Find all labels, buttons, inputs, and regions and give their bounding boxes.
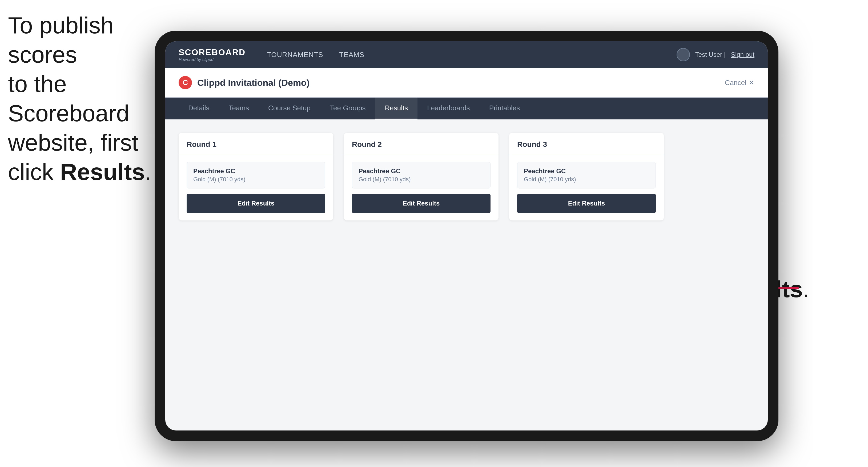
nav-teams[interactable]: TEAMS <box>339 49 365 61</box>
tab-details[interactable]: Details <box>179 98 219 119</box>
clippd-logo: C <box>179 76 192 89</box>
tablet-screen: SCOREBOARD Powered by clippd TOURNAMENTS… <box>165 41 768 431</box>
logo-text: SCOREBOARD <box>179 48 246 57</box>
user-text: Test User | <box>695 51 726 58</box>
nav-tournaments[interactable]: TOURNAMENTS <box>267 49 323 61</box>
tab-teams[interactable]: Teams <box>219 98 258 119</box>
rounds-grid: Round 1 Peachtree GC Gold (M) (7010 yds)… <box>179 133 754 220</box>
tournament-header: C Clippd Invitational (Demo) Cancel ✕ <box>165 68 768 98</box>
round-2-title: Round 2 <box>352 140 382 149</box>
round-3-body: Peachtree GC Gold (M) (7010 yds) Edit Re… <box>509 154 664 220</box>
tab-leaderboards[interactable]: Leaderboards <box>417 98 479 119</box>
round-1-title: Round 1 <box>187 140 216 149</box>
round-1-body: Peachtree GC Gold (M) (7010 yds) Edit Re… <box>179 154 333 220</box>
round-2-card: Round 2 Peachtree GC Gold (M) (7010 yds)… <box>344 133 498 220</box>
round-3-edit-results-button[interactable]: Edit Results <box>517 194 656 213</box>
logo-area: SCOREBOARD Powered by clippd <box>179 48 246 62</box>
nav-links: TOURNAMENTS TEAMS <box>267 49 677 61</box>
round-3-title: Round 3 <box>517 140 547 149</box>
tab-printables[interactable]: Printables <box>479 98 530 119</box>
round-3-header: Round 3 <box>509 133 664 154</box>
logo-sub: Powered by clippd <box>179 57 246 62</box>
tournament-title-row: C Clippd Invitational (Demo) <box>179 76 310 89</box>
tab-bar: Details Teams Course Setup Tee Groups Re… <box>165 98 768 119</box>
tablet: SCOREBOARD Powered by clippd TOURNAMENTS… <box>155 31 778 441</box>
main-content: Round 1 Peachtree GC Gold (M) (7010 yds)… <box>165 119 768 431</box>
round-1-edit-results-button[interactable]: Edit Results <box>187 194 325 213</box>
tab-tee-groups[interactable]: Tee Groups <box>320 98 375 119</box>
tournament-name: Clippd Invitational (Demo) <box>197 77 310 88</box>
instruction-left: To publish scores to the Scoreboard webs… <box>8 11 163 187</box>
top-nav: SCOREBOARD Powered by clippd TOURNAMENTS… <box>165 41 768 68</box>
round-2-course-card: Peachtree GC Gold (M) (7010 yds) <box>352 162 491 188</box>
round-3-course-card: Peachtree GC Gold (M) (7010 yds) <box>517 162 656 188</box>
round-2-edit-results-button[interactable]: Edit Results <box>352 194 491 213</box>
round-1-header: Round 1 <box>179 133 333 154</box>
round-2-body: Peachtree GC Gold (M) (7010 yds) Edit Re… <box>344 154 498 220</box>
round-1-course-details: Gold (M) (7010 yds) <box>193 176 318 183</box>
tab-results[interactable]: Results <box>375 98 417 119</box>
round-2-course-details: Gold (M) (7010 yds) <box>359 176 484 183</box>
cancel-button[interactable]: Cancel ✕ <box>725 79 754 87</box>
round-2-header: Round 2 <box>344 133 498 154</box>
round-2-course-name: Peachtree GC <box>359 167 484 175</box>
tab-course-setup[interactable]: Course Setup <box>258 98 320 119</box>
user-avatar <box>677 48 690 61</box>
nav-right: Test User | Sign out <box>677 48 754 61</box>
round-1-card: Round 1 Peachtree GC Gold (M) (7010 yds)… <box>179 133 333 220</box>
round-3-card: Round 3 Peachtree GC Gold (M) (7010 yds)… <box>509 133 664 220</box>
round-1-course-name: Peachtree GC <box>193 167 318 175</box>
round-3-course-details: Gold (M) (7010 yds) <box>524 176 649 183</box>
sign-out-link[interactable]: Sign out <box>731 51 754 58</box>
round-1-course-card: Peachtree GC Gold (M) (7010 yds) <box>187 162 325 188</box>
round-3-course-name: Peachtree GC <box>524 167 649 175</box>
